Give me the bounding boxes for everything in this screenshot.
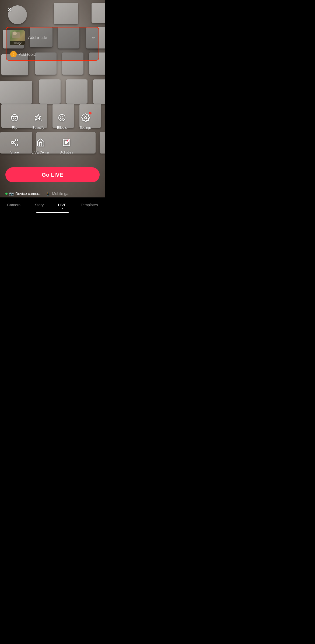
controls-area: Flip Beautify Eff [0, 111, 105, 161]
settings-label: Settings [80, 126, 91, 130]
effects-icon [55, 111, 68, 124]
thumbnail[interactable]: Change [10, 30, 25, 45]
change-label[interactable]: Change [10, 41, 25, 45]
active-source-dot [5, 193, 8, 195]
nav-camera[interactable]: Camera [7, 203, 21, 207]
edit-icon: ✏ [92, 36, 95, 40]
go-live-button[interactable]: Go LIVE [5, 167, 100, 182]
source-bar: 📷 Device camera 📱 Mobile gami [0, 192, 105, 196]
nav-story[interactable]: Story [35, 203, 44, 207]
flip-icon [8, 111, 21, 124]
beautify-control[interactable]: Beautify [32, 111, 45, 130]
activities-label: Activities [60, 151, 73, 154]
device-camera-label: Device camera [15, 192, 40, 196]
device-camera-icon: 📷 [9, 192, 14, 196]
mobile-game-source[interactable]: 📱 Mobile gami [46, 192, 72, 196]
title-input[interactable] [28, 35, 89, 40]
topic-placeholder: Add topic [19, 52, 36, 57]
svg-point-4 [62, 116, 63, 117]
nav-templates[interactable]: Templates [81, 203, 98, 207]
svg-point-3 [60, 116, 61, 117]
beautify-icon [32, 111, 45, 124]
live-center-control[interactable]: LIVE Center [32, 136, 49, 154]
nav-live[interactable]: LIVE [58, 203, 66, 207]
effects-control[interactable]: Effects [55, 111, 68, 130]
activities-control[interactable]: ★ Activities [60, 136, 73, 154]
svg-point-14 [40, 141, 41, 142]
beautify-label: Beautify [32, 126, 44, 130]
share-icon [8, 136, 21, 149]
flip-control[interactable]: Flip [8, 111, 21, 130]
controls-row-1: Flip Beautify Eff [5, 111, 100, 130]
svg-line-12 [13, 143, 16, 144]
mobile-game-label: Mobile gami [52, 192, 72, 196]
mobile-game-icon: 📱 [46, 192, 50, 196]
dual-icon [103, 111, 105, 124]
svg-point-5 [62, 118, 64, 119]
title-row: Change ✏ [6, 27, 99, 48]
hashtag-icon: # [10, 51, 17, 57]
svg-point-2 [59, 114, 65, 121]
settings-control[interactable]: Settings [79, 111, 92, 130]
svg-point-0 [11, 114, 18, 121]
svg-line-13 [13, 141, 16, 142]
close-button[interactable]: ✕ [5, 5, 15, 15]
dual-control[interactable]: Dual [103, 111, 105, 130]
activities-icon: ★ [60, 136, 73, 149]
settings-icon [79, 111, 92, 124]
live-center-icon [34, 136, 47, 149]
svg-point-1 [13, 116, 16, 119]
svg-point-6 [85, 117, 87, 119]
share-control[interactable]: Share [8, 136, 21, 154]
title-card: Change ✏ # Add topic [6, 27, 99, 61]
share-label: Share [10, 151, 19, 154]
active-nav-dot [62, 208, 63, 209]
controls-row-2: Share LIVE Center ★ [5, 136, 100, 154]
topic-row[interactable]: # Add topic [6, 48, 99, 60]
live-center-label: LIVE Center [32, 151, 49, 154]
effects-label: Effects [57, 126, 67, 130]
home-indicator [36, 212, 69, 213]
flip-label: Flip [12, 126, 17, 130]
device-camera-source[interactable]: 📷 Device camera [5, 192, 40, 196]
